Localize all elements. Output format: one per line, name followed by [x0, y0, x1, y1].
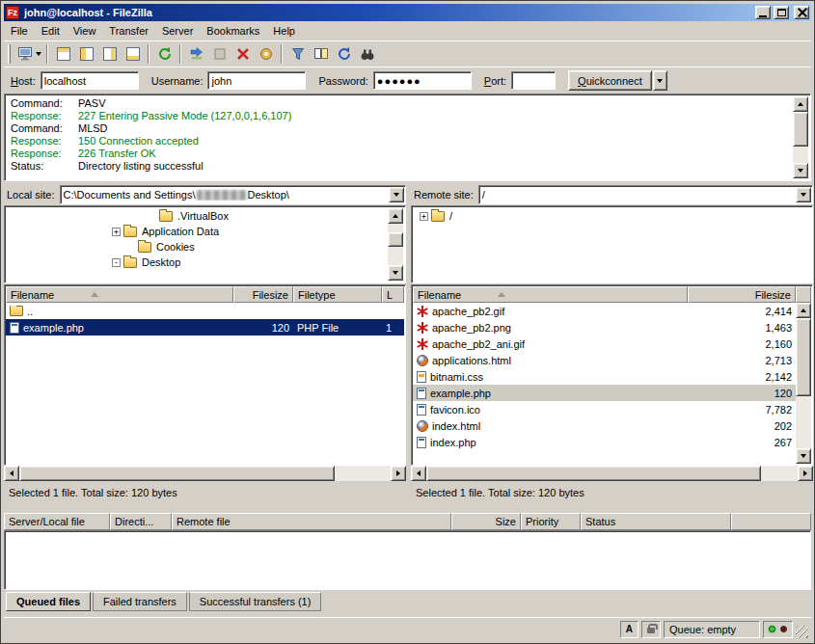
scrollbar-track[interactable] [793, 112, 808, 163]
synchronized-browsing-button[interactable] [333, 43, 355, 66]
port-input[interactable] [511, 71, 556, 90]
menu-transfer[interactable]: Transfer [102, 23, 155, 39]
scrollbar-thumb[interactable] [796, 318, 811, 396]
scroll-down-button[interactable] [793, 163, 808, 178]
remote-site-combo[interactable]: / [478, 185, 813, 204]
file-row[interactable]: apache_pb2.gif 2,414 [413, 303, 796, 319]
tree-item[interactable]: + Application Data [7, 224, 387, 239]
file-row[interactable]: .. [6, 303, 404, 319]
find-button[interactable] [356, 43, 378, 66]
menu-file[interactable]: File [4, 23, 35, 39]
column-header-server-local-file[interactable]: Server/Local file [4, 513, 110, 530]
column-header-lastmodified[interactable]: L [382, 286, 404, 303]
column-header-filename[interactable]: Filename [413, 286, 688, 303]
menu-bookmarks[interactable]: Bookmarks [200, 23, 266, 39]
transfer-type-indicator[interactable]: A [620, 621, 638, 638]
file-row[interactable]: apache_pb2.png 1,463 [413, 319, 796, 335]
column-header-size[interactable]: Size [451, 513, 521, 530]
compare-button[interactable] [310, 43, 332, 66]
file-row[interactable]: applications.html 2,713 [413, 352, 796, 368]
scrollbar-track[interactable] [19, 466, 391, 481]
toolbar-grip[interactable] [8, 44, 11, 64]
file-row[interactable]: index.php 267 [413, 434, 796, 450]
maximize-button[interactable] [774, 6, 789, 19]
tree-expander[interactable]: + [112, 228, 121, 236]
queue-body[interactable] [4, 530, 811, 590]
toggle-local-tree-button[interactable] [75, 43, 97, 66]
scroll-right-button[interactable] [391, 466, 406, 481]
refresh-button[interactable] [153, 43, 176, 66]
queue-tab[interactable]: Queued files [6, 592, 91, 611]
close-button[interactable] [794, 6, 809, 19]
tree-item[interactable]: + / [414, 208, 810, 224]
encryption-indicator[interactable] [641, 621, 661, 638]
local-list-hscrollbar[interactable] [4, 466, 406, 481]
reconnect-button[interactable] [255, 43, 277, 66]
menu-server[interactable]: Server [155, 23, 200, 39]
file-row[interactable]: example.php 120 [413, 385, 796, 401]
local-site-dropdown-button[interactable] [389, 187, 404, 202]
tree-expander[interactable]: - [112, 258, 121, 267]
titlebar[interactable]: Fz john@localhost - FileZilla [4, 4, 811, 21]
remote-list-scrollbar[interactable] [796, 303, 811, 464]
menu-help[interactable]: Help [266, 23, 302, 39]
username-input[interactable] [207, 71, 306, 90]
scroll-up-button[interactable] [796, 303, 811, 318]
column-header-filetype[interactable]: Filetype [293, 286, 382, 303]
process-queue-button[interactable] [185, 43, 207, 66]
file-row[interactable]: favicon.ico 7,782 [413, 401, 796, 417]
tree-item[interactable]: - Desktop [7, 255, 387, 270]
file-row[interactable]: index.html 202 [413, 417, 796, 434]
log-scrollbar[interactable] [793, 96, 808, 178]
local-tree-scrollbar[interactable] [388, 208, 403, 281]
column-header-remote-file[interactable]: Remote file [172, 513, 451, 530]
local-site-combo[interactable]: C:\Documents and Settings\Desktop\ [60, 185, 406, 204]
message-log-lines[interactable]: Command:PASV Response:227 Entering Passi… [7, 96, 792, 178]
toggle-message-log-button[interactable] [52, 43, 74, 66]
file-row[interactable]: example.php 120 PHP File 1 [6, 319, 404, 335]
scrollbar-track[interactable] [796, 318, 811, 448]
column-header-filesize[interactable]: Filesize [233, 286, 293, 303]
quickconnect-button[interactable]: Quickconnect [568, 70, 652, 91]
queue-tab[interactable]: Failed transfers [93, 592, 187, 611]
remote-list-hscrollbar[interactable] [411, 466, 813, 481]
column-header-priority[interactable]: Priority [521, 513, 581, 530]
scrollbar-thumb[interactable] [793, 112, 808, 147]
scroll-up-button[interactable] [793, 96, 808, 112]
quickconnect-dropdown-button[interactable] [653, 70, 667, 91]
tree-item[interactable]: .VirtualBox [7, 208, 387, 224]
scrollbar-thumb[interactable] [388, 232, 403, 247]
remote-site-dropdown-button[interactable] [796, 187, 811, 202]
menu-view[interactable]: View [67, 23, 103, 39]
file-row[interactable]: apache_pb2_ani.gif 2,160 [413, 335, 796, 352]
minimize-button[interactable] [755, 6, 771, 19]
scroll-left-button[interactable] [4, 466, 19, 481]
queue-tab[interactable]: Successful transfers (1) [189, 592, 322, 611]
tree-expander[interactable]: + [420, 212, 428, 221]
scrollbar-track[interactable] [388, 224, 403, 265]
scroll-right-button[interactable] [798, 466, 813, 481]
scroll-down-button[interactable] [388, 265, 403, 281]
column-header-direction[interactable]: Directi... [110, 513, 172, 530]
column-header-filename[interactable]: Filename [6, 286, 233, 303]
password-input[interactable] [373, 71, 472, 90]
file-row[interactable]: bitnami.css 2,142 [413, 368, 796, 385]
cancel-button[interactable] [208, 43, 231, 66]
scrollbar-track[interactable] [426, 466, 798, 481]
scroll-left-button[interactable] [411, 466, 426, 481]
column-header-filesize[interactable]: Filesize [688, 286, 796, 303]
host-input[interactable] [41, 71, 139, 90]
scrollbar-thumb[interactable] [19, 466, 335, 481]
toggle-queue-button[interactable] [122, 43, 144, 66]
scroll-down-button[interactable] [796, 448, 811, 464]
scroll-up-button[interactable] [388, 208, 403, 224]
column-header-status[interactable]: Status [581, 513, 731, 530]
filter-button[interactable] [286, 43, 309, 66]
menu-edit[interactable]: Edit [35, 23, 67, 39]
site-manager-button[interactable] [16, 43, 42, 66]
toggle-remote-tree-button[interactable] [98, 43, 121, 66]
tree-item[interactable]: Cookies [7, 239, 387, 255]
scrollbar-thumb[interactable] [426, 466, 761, 481]
disconnect-button[interactable] [231, 43, 254, 66]
resize-grip[interactable] [796, 626, 808, 638]
